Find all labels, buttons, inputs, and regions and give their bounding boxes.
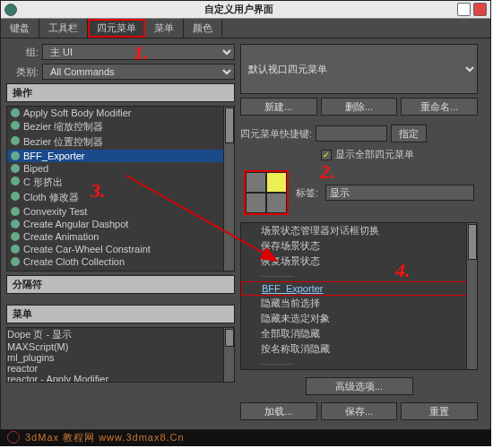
tree-item[interactable]: 隐藏当前选择 bbox=[241, 296, 477, 311]
tree-separator: ---------- bbox=[241, 269, 477, 281]
list-item[interactable]: C 形挤出 bbox=[7, 175, 234, 190]
scrollbar[interactable] bbox=[223, 107, 234, 271]
close-button[interactable] bbox=[473, 3, 487, 16]
tab-keyboard[interactable]: 键盘 bbox=[1, 19, 39, 38]
group-select[interactable]: 主 UI bbox=[42, 44, 235, 60]
tree-item[interactable]: 按名称取消隐藏 bbox=[241, 341, 477, 357]
quad-items-tree[interactable]: 场景状态管理器对话框切换 保存场景状态 恢复场景状态 ---------- BF… bbox=[240, 222, 478, 370]
actions-header: 操作 bbox=[6, 83, 235, 102]
save-button[interactable]: 保存... bbox=[321, 402, 398, 420]
quad-bl[interactable] bbox=[246, 193, 266, 213]
quad-tr[interactable] bbox=[266, 172, 287, 193]
tree-separator: ---------- bbox=[241, 357, 477, 369]
tab-bar: 键盘 工具栏 四元菜单 菜单 颜色 bbox=[1, 19, 490, 39]
list-item[interactable]: Create Cloth Collection bbox=[7, 255, 234, 268]
advanced-button[interactable]: 高级选项... bbox=[306, 377, 413, 395]
tag-input[interactable] bbox=[325, 185, 474, 201]
titlebar: 自定义用户界面 bbox=[1, 1, 490, 19]
quad-tl[interactable] bbox=[246, 172, 266, 193]
actions-list[interactable]: Apply Soft Body Modifier Bezier 缩放控制器 Be… bbox=[6, 106, 235, 271]
list-item[interactable]: Cloth 修改器 bbox=[7, 190, 234, 205]
menu-header: 菜单 bbox=[6, 305, 235, 323]
footer-text: 3dMax 教程网 www.3dmax8.Cn bbox=[25, 431, 185, 444]
list-item[interactable]: Bezier 位置控制器 bbox=[7, 134, 234, 150]
new-button[interactable]: 新建... bbox=[240, 98, 317, 116]
assign-button[interactable]: 指定 bbox=[391, 125, 427, 142]
category-select[interactable]: All Commands bbox=[42, 64, 235, 80]
delete-button[interactable]: 删除... bbox=[321, 98, 398, 116]
group-label: 组: bbox=[6, 46, 39, 59]
list-item[interactable]: Dope 页 - 显示 bbox=[7, 328, 234, 341]
tab-quadmenu[interactable]: 四元菜单 bbox=[88, 19, 145, 38]
list-item[interactable]: reactor bbox=[7, 363, 234, 374]
list-item[interactable]: Convexity Test bbox=[7, 205, 234, 218]
tree-item[interactable]: 隐藏未选定对象 bbox=[241, 311, 477, 326]
list-item-selected[interactable]: BFF_Exporter bbox=[7, 150, 234, 162]
list-item[interactable]: Bezier 缩放控制器 bbox=[7, 119, 234, 134]
quad-selector[interactable] bbox=[244, 170, 289, 215]
list-item[interactable]: MAXScript(M) bbox=[7, 341, 234, 352]
quad-menu-select[interactable]: 默认视口四元菜单 bbox=[240, 44, 478, 94]
scrollbar[interactable] bbox=[223, 328, 234, 382]
minimize-button[interactable] bbox=[457, 3, 471, 16]
list-item[interactable]: ml_plugins bbox=[7, 352, 234, 363]
tag-label: 标签: bbox=[296, 186, 318, 200]
rename-button[interactable]: 重命名... bbox=[401, 98, 478, 116]
list-item[interactable]: Create Angular Dashpot bbox=[7, 218, 234, 230]
tree-item[interactable]: 保存场景状态 bbox=[241, 238, 477, 254]
app-icon bbox=[4, 4, 17, 16]
show-all-label: 显示全部四元菜单 bbox=[335, 148, 414, 161]
tree-item[interactable]: 恢复场景状态 bbox=[241, 254, 477, 269]
quad-br[interactable] bbox=[266, 193, 287, 213]
list-item[interactable]: reactor - Apply Modifier bbox=[7, 374, 234, 383]
list-item[interactable]: Biped bbox=[7, 162, 234, 175]
scrollbar[interactable] bbox=[466, 223, 477, 369]
tab-colors[interactable]: 颜色 bbox=[184, 19, 222, 38]
separator-header: 分隔符 bbox=[6, 275, 235, 294]
footer-logo-icon bbox=[7, 431, 20, 444]
tree-item[interactable]: 冻结当前选择 bbox=[241, 369, 477, 370]
tree-item[interactable]: 全部取消隐藏 bbox=[241, 326, 477, 341]
tab-toolbar[interactable]: 工具栏 bbox=[39, 19, 88, 38]
tree-item-selected[interactable]: BFF_Exporter bbox=[241, 281, 477, 296]
footer: 3dMax 教程网 www.3dmax8.Cn bbox=[0, 428, 491, 446]
menu-list[interactable]: Dope 页 - 显示 MAXScript(M) ml_plugins reac… bbox=[6, 327, 235, 383]
load-button[interactable]: 加载... bbox=[240, 402, 317, 420]
window-title: 自定义用户界面 bbox=[22, 3, 454, 16]
list-item[interactable]: Create Animation bbox=[7, 230, 234, 243]
tree-item[interactable]: 场景状态管理器对话框切换 bbox=[241, 223, 477, 238]
category-label: 类别: bbox=[6, 65, 39, 79]
list-item[interactable]: Apply Soft Body Modifier bbox=[7, 107, 234, 119]
show-all-checkbox[interactable]: ✓ bbox=[321, 150, 332, 160]
reset-button[interactable]: 重置 bbox=[401, 402, 478, 420]
hotkey-input[interactable] bbox=[316, 125, 387, 142]
list-item[interactable]: Create Car-Wheel Constraint bbox=[7, 243, 234, 255]
tab-menu[interactable]: 菜单 bbox=[145, 19, 184, 38]
hotkey-label: 四元菜单快捷键: bbox=[240, 127, 312, 141]
